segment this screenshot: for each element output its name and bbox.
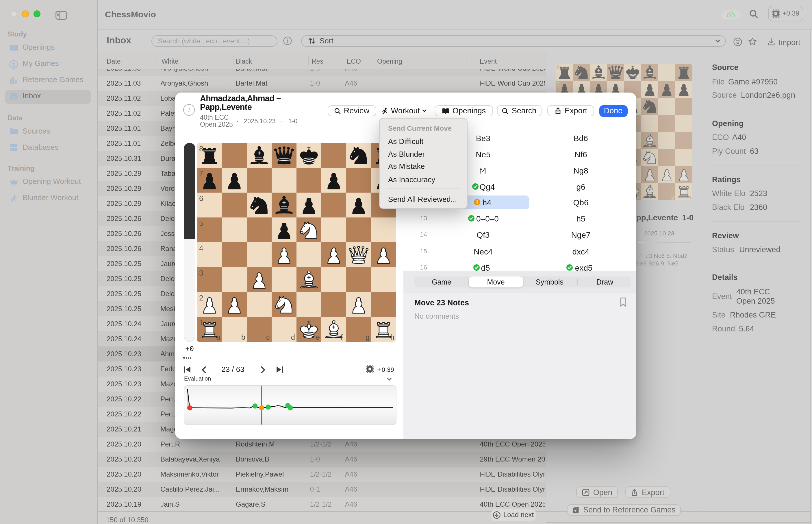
- svg-text:8: 8: [199, 144, 203, 153]
- svg-text:c: c: [266, 333, 270, 341]
- svg-text:a: a: [217, 333, 220, 341]
- svg-text:h: h: [390, 333, 394, 341]
- svg-text:3: 3: [199, 269, 203, 277]
- svg-text:1: 1: [199, 318, 203, 327]
- svg-text:g: g: [366, 333, 370, 341]
- svg-text:4: 4: [199, 244, 203, 252]
- svg-text:d: d: [291, 333, 295, 341]
- svg-text:2: 2: [199, 294, 203, 302]
- svg-text:6: 6: [199, 194, 203, 203]
- svg-text:7: 7: [199, 169, 203, 178]
- svg-text:b: b: [241, 333, 245, 341]
- svg-text:e: e: [316, 333, 320, 341]
- svg-text:5: 5: [199, 219, 203, 228]
